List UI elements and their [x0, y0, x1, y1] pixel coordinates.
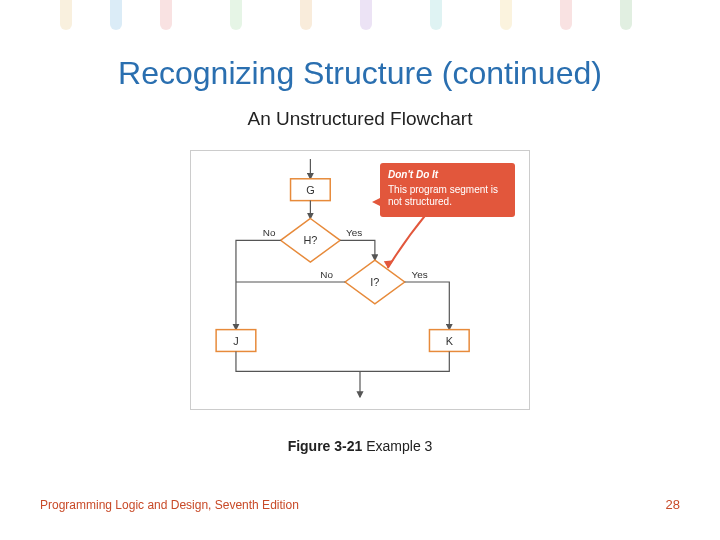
- footer-page-number: 28: [666, 497, 680, 512]
- callout-title: Don't Do It: [388, 169, 507, 182]
- label-no-h: No: [263, 227, 276, 238]
- label-no-i: No: [320, 269, 333, 280]
- slide-subtitle: An Unstructured Flowchart: [0, 108, 720, 130]
- warning-callout: Don't Do It This program segment is not …: [380, 163, 515, 217]
- footer-book-title: Programming Logic and Design, Seventh Ed…: [40, 498, 299, 512]
- caption-rest: Example 3: [362, 438, 432, 454]
- slide-title: Recognizing Structure (continued): [0, 55, 720, 92]
- node-j: J: [233, 335, 238, 347]
- label-yes-h: Yes: [346, 227, 362, 238]
- callout-body: This program segment is not structured.: [388, 184, 507, 209]
- node-h: H?: [303, 234, 317, 246]
- figure-caption: Figure 3-21 Example 3: [0, 438, 720, 454]
- flowchart-figure: G H? No Yes I? No Yes J K: [190, 150, 530, 410]
- node-k: K: [446, 335, 454, 347]
- decorative-top-streaks: [0, 0, 720, 40]
- node-g: G: [306, 184, 314, 196]
- caption-bold: Figure 3-21: [288, 438, 363, 454]
- node-i: I?: [370, 276, 379, 288]
- label-yes-i: Yes: [412, 269, 428, 280]
